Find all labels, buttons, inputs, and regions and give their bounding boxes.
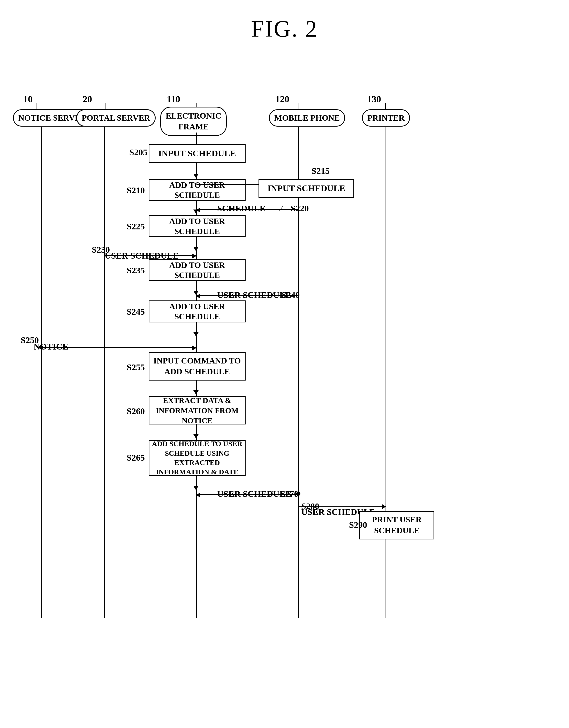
label-s265: S265 xyxy=(127,453,145,463)
actor-mobile-phone: MOBILE PHONE xyxy=(269,109,345,127)
label-s255: S255 xyxy=(127,362,145,372)
arrowhead-s260-down xyxy=(193,434,198,438)
ref-10: 10 xyxy=(23,94,33,105)
step-s215: INPUT SCHEDULE xyxy=(258,179,354,198)
label-s245: S245 xyxy=(127,307,145,317)
lifeline-ef-bottom xyxy=(196,497,197,548)
arrow-s240-left xyxy=(196,295,299,296)
lifeline-notice-server xyxy=(41,127,42,618)
label-s240: ∕—S240 xyxy=(271,290,300,300)
ref-120: 120 xyxy=(275,94,289,105)
label-s225: S225 xyxy=(127,222,145,231)
label-s290: S290 xyxy=(349,520,367,530)
arrowhead-s245-down xyxy=(193,332,198,336)
arrow-s280-right xyxy=(299,506,386,507)
page-title: FIG. 2 xyxy=(0,0,569,52)
step-s290: PRINT USERSCHEDULE xyxy=(359,511,434,539)
actor-electronic-frame: ELECTRONICFRAME xyxy=(160,107,227,136)
ref-130: 130 xyxy=(367,94,381,105)
label-s235: S235 xyxy=(127,266,145,275)
dot-s270 xyxy=(296,492,301,496)
step-s255: INPUT COMMAND TOADD SCHEDULE xyxy=(149,352,245,381)
arrowhead-s255-down xyxy=(193,390,198,394)
lifeline-mobile-phone xyxy=(298,127,299,618)
arrowhead-s265-down xyxy=(193,486,198,490)
arrowhead-s205-down xyxy=(193,174,198,178)
arrow-s230-right xyxy=(105,255,196,256)
arrow-s260-down xyxy=(196,424,197,435)
step-s235: ADD TO USER SCHEDULE xyxy=(149,259,245,281)
step-s245: ADD TO USER SCHEDULE xyxy=(149,300,245,322)
label-s210: S210 xyxy=(127,185,145,195)
label-s205: S205 xyxy=(129,148,147,157)
step-s260: EXTRACT DATA &INFORMATION FROM NOTICE xyxy=(149,396,245,424)
step-s210: ADD TO USER SCHEDULE xyxy=(149,179,245,201)
arrow-s255-down xyxy=(196,381,197,391)
tick-s215 xyxy=(298,170,299,180)
arrow-s265-down xyxy=(196,476,197,486)
arrow-s235-down xyxy=(196,281,197,291)
tick-130 xyxy=(385,103,386,109)
arrow-s205-down xyxy=(196,163,197,174)
ref-110: 110 xyxy=(167,94,180,105)
step-s225: ADD TO USER SCHEDULE xyxy=(149,215,245,237)
tick-20 xyxy=(105,103,105,109)
label-s260: S260 xyxy=(127,406,145,416)
arrow-s250-right xyxy=(41,347,196,348)
step-s205: INPUT SCHEDULE xyxy=(149,144,245,163)
data-schedule-220: SCHEDULE xyxy=(217,204,265,213)
label-s215: S215 xyxy=(312,166,330,176)
ref-20: 20 xyxy=(83,94,92,105)
step-s265: ADD SCHEDULE TO USERSCHEDULE USING EXTRA… xyxy=(149,440,245,476)
arrow-s225-down xyxy=(196,237,197,247)
arrow-s245-down xyxy=(196,322,197,333)
tick-10 xyxy=(36,103,36,109)
tick-120 xyxy=(299,103,300,109)
lifeline-printer xyxy=(385,127,386,618)
arrowhead-s225-down xyxy=(193,247,198,251)
actor-printer: PRINTER xyxy=(362,109,410,127)
diagram: 10 20 110 120 130 NOTICE SERVER PORTAL S… xyxy=(0,52,569,728)
arrow-schedule-left xyxy=(196,209,299,210)
label-s270: ∕—S270 xyxy=(270,489,299,499)
actor-portal-server: PORTAL SERVER xyxy=(76,109,156,127)
label-s220: ∕—S220 xyxy=(280,204,309,213)
lifeline-ps-bottom xyxy=(104,497,105,548)
arrow-s270-left xyxy=(196,494,299,495)
